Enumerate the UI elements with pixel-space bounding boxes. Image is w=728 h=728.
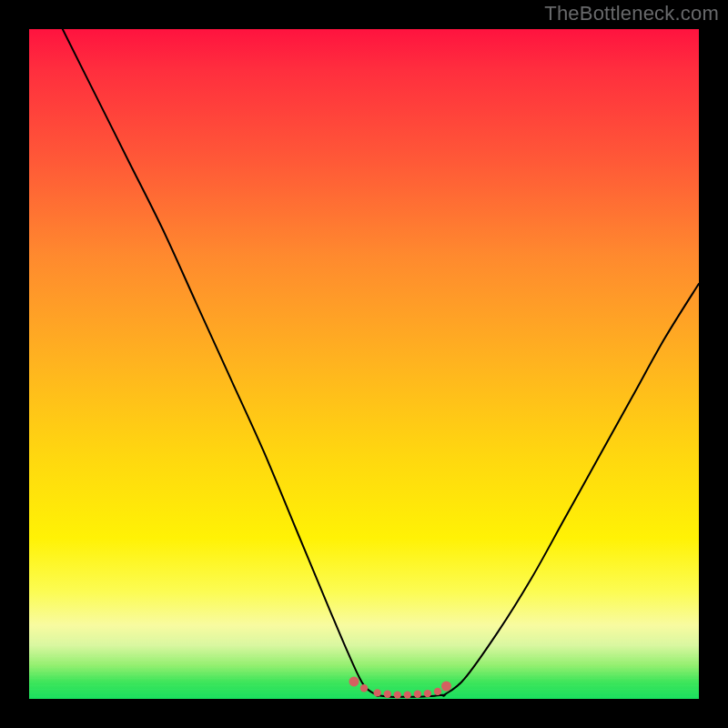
watermark-text: TheBottleneck.com	[544, 2, 719, 25]
chart-frame: TheBottleneck.com	[0, 0, 728, 728]
curve-layer	[29, 29, 699, 699]
valley-dot	[414, 691, 421, 698]
valley-dot	[424, 690, 431, 697]
bottleneck-curve-path	[63, 29, 699, 697]
valley-dot	[384, 691, 391, 698]
valley-dot	[374, 689, 381, 696]
plot-area	[29, 29, 699, 699]
valley-dot	[434, 688, 441, 695]
valley-dot	[441, 682, 451, 692]
valley-dot	[360, 684, 368, 692]
valley-dot	[404, 691, 411, 698]
valley-dot	[349, 676, 359, 686]
valley-dot	[394, 691, 401, 698]
